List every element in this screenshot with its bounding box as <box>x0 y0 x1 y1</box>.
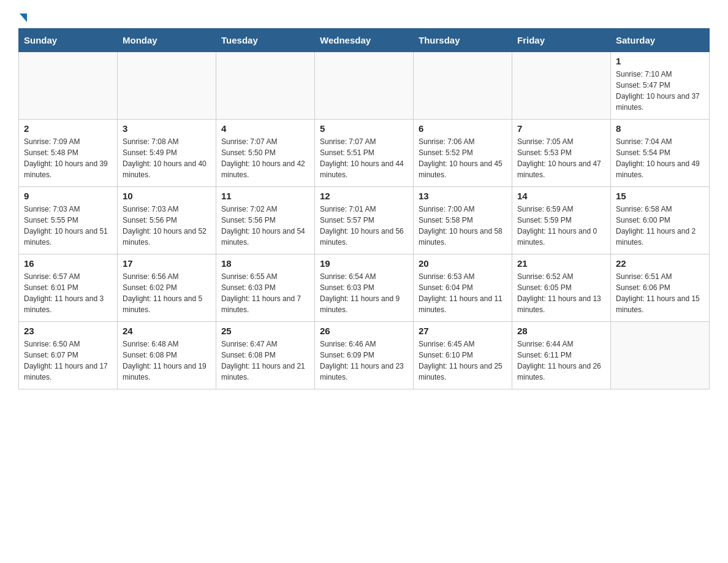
day-info: Sunrise: 6:58 AM Sunset: 6:00 PM Dayligh… <box>616 204 704 248</box>
logo-arrow-icon <box>20 13 27 22</box>
calendar-cell: 11Sunrise: 7:02 AM Sunset: 5:56 PM Dayli… <box>216 187 315 255</box>
logo <box>18 12 27 22</box>
day-number: 27 <box>419 326 507 336</box>
calendar-cell: 25Sunrise: 6:47 AM Sunset: 6:08 PM Dayli… <box>216 322 315 389</box>
calendar-cell: 3Sunrise: 7:08 AM Sunset: 5:49 PM Daylig… <box>118 120 216 187</box>
day-number: 18 <box>221 258 309 269</box>
day-number: 15 <box>616 191 704 201</box>
day-info: Sunrise: 7:08 AM Sunset: 5:49 PM Dayligh… <box>123 136 211 180</box>
calendar-cell: 17Sunrise: 6:56 AM Sunset: 6:02 PM Dayli… <box>118 255 216 322</box>
day-info: Sunrise: 7:06 AM Sunset: 5:52 PM Dayligh… <box>419 136 507 180</box>
weekday-header-row: SundayMondayTuesdayWednesdayThursdayFrid… <box>19 29 710 52</box>
calendar-cell <box>611 322 710 389</box>
day-number: 2 <box>24 123 112 134</box>
calendar-cell: 27Sunrise: 6:45 AM Sunset: 6:10 PM Dayli… <box>414 322 512 389</box>
calendar-cell: 26Sunrise: 6:46 AM Sunset: 6:09 PM Dayli… <box>315 322 414 389</box>
calendar-week-3: 9Sunrise: 7:03 AM Sunset: 5:55 PM Daylig… <box>19 187 710 255</box>
calendar-cell: 19Sunrise: 6:54 AM Sunset: 6:03 PM Dayli… <box>315 255 414 322</box>
weekday-friday: Friday <box>512 29 611 52</box>
day-info: Sunrise: 7:05 AM Sunset: 5:53 PM Dayligh… <box>517 136 605 180</box>
day-number: 4 <box>221 123 309 134</box>
calendar-cell: 1Sunrise: 7:10 AM Sunset: 5:47 PM Daylig… <box>611 52 710 120</box>
calendar-cell <box>315 52 414 120</box>
day-number: 9 <box>24 191 112 201</box>
day-number: 17 <box>123 258 211 269</box>
calendar-header: SundayMondayTuesdayWednesdayThursdayFrid… <box>19 29 710 52</box>
calendar-cell: 4Sunrise: 7:07 AM Sunset: 5:50 PM Daylig… <box>216 120 315 187</box>
day-info: Sunrise: 6:57 AM Sunset: 6:01 PM Dayligh… <box>24 271 112 315</box>
calendar-cell: 16Sunrise: 6:57 AM Sunset: 6:01 PM Dayli… <box>19 255 118 322</box>
day-info: Sunrise: 6:47 AM Sunset: 6:08 PM Dayligh… <box>221 339 309 383</box>
day-number: 6 <box>419 123 507 134</box>
day-number: 23 <box>24 326 112 336</box>
day-info: Sunrise: 7:03 AM Sunset: 5:56 PM Dayligh… <box>123 204 211 248</box>
calendar-cell: 12Sunrise: 7:01 AM Sunset: 5:57 PM Dayli… <box>315 187 414 255</box>
day-number: 10 <box>123 191 211 201</box>
day-info: Sunrise: 6:45 AM Sunset: 6:10 PM Dayligh… <box>419 339 507 383</box>
day-number: 8 <box>616 123 704 134</box>
calendar-table: SundayMondayTuesdayWednesdayThursdayFrid… <box>18 28 710 389</box>
calendar-cell: 14Sunrise: 6:59 AM Sunset: 5:59 PM Dayli… <box>512 187 611 255</box>
calendar-cell: 5Sunrise: 7:07 AM Sunset: 5:51 PM Daylig… <box>315 120 414 187</box>
day-info: Sunrise: 6:59 AM Sunset: 5:59 PM Dayligh… <box>517 204 605 248</box>
calendar-week-1: 1Sunrise: 7:10 AM Sunset: 5:47 PM Daylig… <box>19 52 710 120</box>
day-info: Sunrise: 6:52 AM Sunset: 6:05 PM Dayligh… <box>517 271 605 315</box>
day-number: 28 <box>517 326 605 336</box>
day-number: 5 <box>320 123 408 134</box>
day-info: Sunrise: 6:48 AM Sunset: 6:08 PM Dayligh… <box>123 339 211 383</box>
day-info: Sunrise: 7:01 AM Sunset: 5:57 PM Dayligh… <box>320 204 408 248</box>
day-number: 7 <box>517 123 605 134</box>
day-number: 19 <box>320 258 408 269</box>
calendar-cell <box>118 52 216 120</box>
calendar-week-5: 23Sunrise: 6:50 AM Sunset: 6:07 PM Dayli… <box>19 322 710 389</box>
calendar-cell <box>216 52 315 120</box>
day-number: 25 <box>221 326 309 336</box>
calendar-cell <box>512 52 611 120</box>
calendar-cell: 6Sunrise: 7:06 AM Sunset: 5:52 PM Daylig… <box>414 120 512 187</box>
calendar-cell: 8Sunrise: 7:04 AM Sunset: 5:54 PM Daylig… <box>611 120 710 187</box>
calendar-cell: 28Sunrise: 6:44 AM Sunset: 6:11 PM Dayli… <box>512 322 611 389</box>
calendar-cell: 24Sunrise: 6:48 AM Sunset: 6:08 PM Dayli… <box>118 322 216 389</box>
calendar-body: 1Sunrise: 7:10 AM Sunset: 5:47 PM Daylig… <box>19 52 710 389</box>
day-number: 16 <box>24 258 112 269</box>
day-info: Sunrise: 6:53 AM Sunset: 6:04 PM Dayligh… <box>419 271 507 315</box>
day-info: Sunrise: 6:51 AM Sunset: 6:06 PM Dayligh… <box>616 271 704 315</box>
calendar-cell: 15Sunrise: 6:58 AM Sunset: 6:00 PM Dayli… <box>611 187 710 255</box>
day-number: 21 <box>517 258 605 269</box>
calendar-week-4: 16Sunrise: 6:57 AM Sunset: 6:01 PM Dayli… <box>19 255 710 322</box>
day-info: Sunrise: 7:10 AM Sunset: 5:47 PM Dayligh… <box>616 69 704 113</box>
calendar-cell: 21Sunrise: 6:52 AM Sunset: 6:05 PM Dayli… <box>512 255 611 322</box>
day-info: Sunrise: 7:03 AM Sunset: 5:55 PM Dayligh… <box>24 204 112 248</box>
day-info: Sunrise: 7:00 AM Sunset: 5:58 PM Dayligh… <box>419 204 507 248</box>
calendar-cell: 13Sunrise: 7:00 AM Sunset: 5:58 PM Dayli… <box>414 187 512 255</box>
day-number: 12 <box>320 191 408 201</box>
day-info: Sunrise: 6:54 AM Sunset: 6:03 PM Dayligh… <box>320 271 408 315</box>
day-number: 24 <box>123 326 211 336</box>
day-info: Sunrise: 6:55 AM Sunset: 6:03 PM Dayligh… <box>221 271 309 315</box>
weekday-sunday: Sunday <box>19 29 118 52</box>
day-info: Sunrise: 6:50 AM Sunset: 6:07 PM Dayligh… <box>24 339 112 383</box>
day-number: 13 <box>419 191 507 201</box>
day-number: 11 <box>221 191 309 201</box>
day-number: 1 <box>616 56 704 66</box>
day-info: Sunrise: 7:04 AM Sunset: 5:54 PM Dayligh… <box>616 136 704 180</box>
calendar-cell: 2Sunrise: 7:09 AM Sunset: 5:48 PM Daylig… <box>19 120 118 187</box>
day-info: Sunrise: 7:07 AM Sunset: 5:51 PM Dayligh… <box>320 136 408 180</box>
calendar-cell <box>19 52 118 120</box>
calendar-cell: 10Sunrise: 7:03 AM Sunset: 5:56 PM Dayli… <box>118 187 216 255</box>
day-info: Sunrise: 6:44 AM Sunset: 6:11 PM Dayligh… <box>517 339 605 383</box>
weekday-thursday: Thursday <box>414 29 512 52</box>
calendar-cell: 7Sunrise: 7:05 AM Sunset: 5:53 PM Daylig… <box>512 120 611 187</box>
calendar-week-2: 2Sunrise: 7:09 AM Sunset: 5:48 PM Daylig… <box>19 120 710 187</box>
calendar-cell: 23Sunrise: 6:50 AM Sunset: 6:07 PM Dayli… <box>19 322 118 389</box>
page-header <box>18 12 710 22</box>
calendar-cell: 18Sunrise: 6:55 AM Sunset: 6:03 PM Dayli… <box>216 255 315 322</box>
weekday-monday: Monday <box>118 29 216 52</box>
calendar-cell: 20Sunrise: 6:53 AM Sunset: 6:04 PM Dayli… <box>414 255 512 322</box>
calendar-cell: 22Sunrise: 6:51 AM Sunset: 6:06 PM Dayli… <box>611 255 710 322</box>
day-number: 20 <box>419 258 507 269</box>
day-info: Sunrise: 7:07 AM Sunset: 5:50 PM Dayligh… <box>221 136 309 180</box>
day-info: Sunrise: 7:02 AM Sunset: 5:56 PM Dayligh… <box>221 204 309 248</box>
calendar-cell <box>414 52 512 120</box>
day-number: 14 <box>517 191 605 201</box>
